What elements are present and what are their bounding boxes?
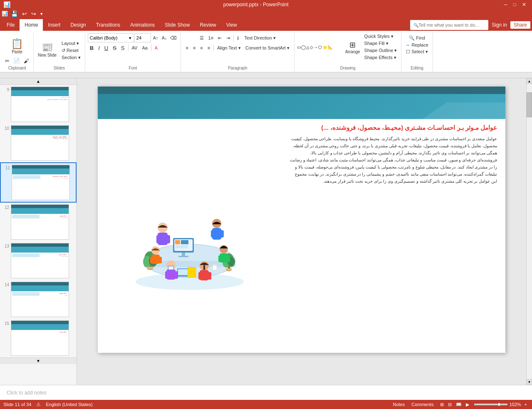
slide-item-15[interactable]: 15 اسلاید پانزده — [0, 319, 77, 357]
redo-button[interactable]: ↪ — [30, 10, 37, 17]
increase-indent-button[interactable]: ⇥ — [224, 33, 232, 42]
customize-quick-access-button[interactable]: ▾ — [39, 11, 44, 17]
shape-fill-button[interactable]: Shape Fill ▾ — [363, 40, 399, 47]
character-spacing-button[interactable]: AV — [130, 43, 140, 52]
bullets-button[interactable]: ☰ — [198, 33, 206, 42]
slide-item-14[interactable]: 14 اسلاید چهارده توضیحات — [0, 280, 77, 319]
slide-thumb-11: عوامل مؤثر بر احساسات متن توضیحی — [12, 165, 70, 200]
tab-file[interactable]: File — [2, 19, 20, 31]
scrollbar-thumb[interactable] — [527, 92, 532, 117]
slide-header-dark — [98, 87, 505, 94]
slide-panel-scroll-down[interactable]: ▼ — [0, 357, 77, 364]
align-right-button[interactable]: ≡ — [198, 43, 205, 52]
bold-button[interactable]: B — [88, 43, 96, 52]
svg-rect-7 — [175, 245, 188, 248]
replace-button[interactable]: ↔ Replace — [404, 42, 430, 48]
slide-item-11[interactable]: 11 عوامل مؤثر بر احساسات متن توضیحی — [0, 162, 77, 203]
slide-thumb-9: متن اسلاید محتوای اسلاید نه شامل متن و ت… — [11, 87, 69, 122]
office-illustration — [123, 174, 256, 298]
status-left: Slide 11 of 34 ⚠ English (United States) — [3, 402, 93, 407]
reading-view-button[interactable]: 📖 — [454, 402, 463, 407]
paste-button[interactable]: 📋 Paste — [7, 35, 27, 57]
language[interactable]: English (United States) — [46, 402, 93, 407]
tab-animations[interactable]: Animations — [125, 19, 160, 31]
window-controls-right[interactable]: ─ □ ✕ — [501, 2, 529, 7]
increase-font-button[interactable]: A↑ — [152, 33, 160, 42]
quick-styles-button[interactable]: Quick Styles ▾ — [363, 33, 399, 40]
quick-access-toolbar: 📊 💾 ↩ ↪ ▾ — [0, 9, 532, 18]
copy-button[interactable]: 📄 — [12, 57, 22, 64]
find-button[interactable]: 🔍 Find — [407, 35, 426, 41]
tab-review[interactable]: Review — [195, 19, 221, 31]
underline-button[interactable]: U — [102, 43, 110, 52]
decrease-indent-button[interactable]: ⇤ — [216, 33, 224, 42]
normal-view-button[interactable]: ⊞ — [438, 402, 445, 407]
save-quick-button[interactable]: 💾 — [10, 10, 19, 17]
font-name-selector[interactable]: Calibri (Body) ▾ — [88, 33, 134, 42]
columns-button[interactable]: ⫿ — [235, 33, 242, 42]
decrease-font-button[interactable]: A↓ — [161, 33, 168, 42]
zoom-in-button[interactable]: + — [523, 402, 529, 407]
justify-button[interactable]: ≡ — [205, 43, 212, 52]
notes-area[interactable]: Click to add notes — [0, 385, 532, 400]
slide-item-9[interactable]: 9 متن اسلاید محتوای اسلاید نه شامل متن و… — [0, 85, 77, 124]
arrange-button[interactable]: ⊞ Arrange — [344, 36, 362, 58]
align-center-button[interactable]: ≡ — [191, 43, 198, 52]
select-button[interactable]: ☐ Select ▾ — [404, 49, 430, 55]
section-button[interactable]: Section ▾ — [60, 55, 82, 61]
tab-slideshow[interactable]: Slide Show — [160, 19, 195, 31]
tab-design[interactable]: Design — [65, 19, 91, 31]
maximize-button[interactable]: □ — [511, 2, 519, 7]
svg-rect-29 — [158, 257, 162, 263]
scroll-down-arrow[interactable]: ▼ — [527, 379, 532, 385]
zoom-slider[interactable] — [474, 404, 507, 405]
clear-format-button[interactable]: ⌫ — [169, 33, 178, 42]
svg-rect-42 — [198, 272, 202, 280]
tab-transitions[interactable]: Transitions — [91, 19, 125, 31]
font-label: Font — [88, 66, 178, 71]
slide-thumb-14: اسلاید چهارده توضیحات — [11, 282, 69, 317]
layout-button[interactable]: Layout ▾ — [60, 40, 82, 47]
align-text-button[interactable]: Align Text ▾ — [215, 43, 243, 52]
svg-rect-44 — [203, 265, 205, 270]
undo-button[interactable]: ↩ — [21, 10, 28, 17]
tab-home[interactable]: Home — [20, 19, 43, 31]
notes-button[interactable]: Notes — [391, 402, 406, 407]
shape-effects-button[interactable]: Shape Effects ▾ — [363, 55, 399, 61]
share-button[interactable]: Share — [510, 21, 530, 29]
svg-rect-21 — [166, 235, 170, 243]
font-size-selector[interactable]: 24 — [134, 33, 151, 42]
slide-panel-scroll-up[interactable]: ▲ — [0, 78, 77, 85]
convert-smartart-button[interactable]: Convert to SmartArt ▾ — [243, 43, 292, 52]
sign-in-button[interactable]: Sign in — [492, 22, 507, 28]
text-direction-button[interactable]: Text Direction ▾ — [242, 33, 278, 42]
zoom-control: 102% + — [474, 402, 529, 407]
scroll-up-arrow[interactable]: ▲ — [527, 78, 532, 84]
zoom-level: 102% — [509, 402, 521, 407]
tab-view[interactable]: View — [221, 19, 242, 31]
strikethrough-button[interactable]: S — [111, 43, 119, 52]
slideshow-button[interactable]: ▶ — [464, 402, 471, 407]
slide-sorter-button[interactable]: ⊟ — [446, 402, 453, 407]
numbering-button[interactable]: 1≡ — [206, 33, 216, 42]
slide-item-10[interactable]: 10 عوامل موثر بر فروش متن اسلاید ده با ت… — [0, 124, 77, 162]
close-button[interactable]: ✕ — [520, 2, 529, 7]
shape-outline-button[interactable]: Shape Outline ▾ — [363, 47, 399, 54]
tab-insert[interactable]: Insert — [43, 19, 65, 31]
svg-rect-9 — [178, 256, 188, 257]
minimize-button[interactable]: ─ — [501, 2, 510, 7]
cut-button[interactable]: ✂ — [3, 57, 11, 64]
format-painter-button[interactable]: 🖌 — [22, 57, 31, 64]
new-slide-button[interactable]: 📰 New Slide — [36, 38, 58, 61]
reset-button[interactable]: ↺ Reset — [60, 47, 82, 54]
shapes-palette[interactable]: ▭ ◯ △ ◇ → ⬡ ⭐ 📐 — [297, 45, 343, 50]
slide-item-12[interactable]: 12 اسلاید دوازده توضیحات اسلاید — [0, 203, 77, 241]
tell-me-input[interactable] — [418, 22, 485, 27]
text-shadow-button[interactable]: S — [119, 43, 127, 52]
italic-button[interactable]: I — [96, 43, 102, 52]
text-case-button[interactable]: Aa — [140, 43, 149, 52]
slide-item-13[interactable]: 13 اسلاید سیزده توضیحات اسلاید — [0, 241, 77, 280]
font-color-button[interactable]: A — [153, 43, 160, 52]
comments-button[interactable]: Comments — [410, 402, 435, 407]
align-left-button[interactable]: ≡ — [183, 43, 190, 52]
